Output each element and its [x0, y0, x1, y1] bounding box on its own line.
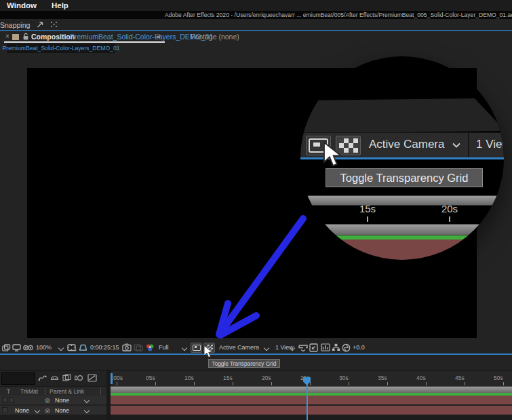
- panel-divider: [0, 354, 512, 355]
- menu-help[interactable]: Help: [52, 1, 68, 9]
- chevron-down-icon[interactable]: [182, 345, 187, 351]
- current-time-display[interactable]: 0:00:25:15: [90, 344, 119, 351]
- tab-footage[interactable]: Footage (none): [191, 33, 239, 41]
- graph-editor-icon[interactable]: [87, 374, 97, 382]
- viewer-tab-label: PremiumBeat_Solid-Color-Layers_DEMO_01: [3, 45, 120, 52]
- ruler-label: 30s: [339, 375, 349, 381]
- menu-window[interactable]: Window: [7, 1, 37, 9]
- column-divider[interactable]: [100, 387, 101, 395]
- ruler-label: 20s: [262, 375, 271, 381]
- viewer-tab[interactable]: PremiumBeat_Solid-Color-Layers_DEMO_01: [7, 43, 115, 53]
- ruler-label: 10s: [184, 375, 194, 381]
- ruler-label: 15s: [223, 375, 233, 381]
- ruler-tick: [449, 216, 450, 222]
- top-toolbar: Snapping: [0, 19, 512, 30]
- panel-marker-icon: [12, 34, 19, 40]
- column-headers: T TrkMat Parent & Link: [0, 386, 106, 396]
- magnification-dropdown[interactable]: 100%: [36, 344, 52, 351]
- callout-tooltip-text: Toggle Transparency Grid: [340, 172, 469, 185]
- flowchart-icon[interactable]: [332, 343, 340, 351]
- layer-row[interactable]: ◎ None: [0, 396, 106, 404]
- panel-menu-icon[interactable]: ≡: [156, 32, 160, 40]
- zoom-callout: Active Camera 1 View Toggle Transparency…: [300, 56, 504, 260]
- after-effects-window: Window Help Adobe After Effects 2020 - /…: [0, 0, 512, 420]
- column-trkmat[interactable]: TrkMat: [20, 388, 38, 395]
- ruler-label: 50s: [494, 375, 503, 381]
- timeline-panel-divider[interactable]: [106, 370, 111, 420]
- snap-points-icon[interactable]: [50, 20, 58, 28]
- chevron-down-icon[interactable]: [58, 345, 64, 351]
- snapping-label: Snapping: [0, 21, 30, 29]
- time-ruler[interactable]: :00s 05s 10s 15s 20s 25s 30s 35s 40s 45s…: [111, 370, 512, 386]
- mask-visibility-icon[interactable]: [79, 344, 87, 351]
- region-of-interest-button[interactable]: [191, 343, 202, 353]
- timeline-graph-icon[interactable]: [321, 343, 330, 351]
- cursor-icon: [323, 142, 343, 169]
- active-tab-underline: [4, 41, 165, 43]
- layer-switch-box[interactable]: [2, 397, 7, 403]
- ruler-ticks: [117, 382, 117, 385]
- chevron-down-icon[interactable]: [35, 407, 40, 413]
- callout-ruler-20s: 20s: [438, 203, 461, 214]
- comp-toolbar: 100% 0:00:25:15 Full Active Camera 1 Vie…: [0, 341, 512, 354]
- ruler-label: 05s: [146, 375, 155, 381]
- timeline-timecode-box[interactable]: [1, 373, 35, 385]
- close-icon[interactable]: ×: [5, 33, 9, 40]
- column-parent-link[interactable]: Parent & Link: [50, 388, 84, 395]
- title-bar: Adobe After Effects 2020 - /Users/enriqu…: [0, 11, 512, 19]
- callout-scrollbar[interactable]: [300, 195, 504, 206]
- tooltip-text: Toggle Transparency Grid: [212, 360, 276, 367]
- layer-switch-box[interactable]: [9, 397, 14, 403]
- toolbar-separator: [468, 132, 469, 157]
- ruler-label: :00s: [112, 375, 123, 381]
- chevron-down-icon[interactable]: [84, 397, 90, 402]
- pickwhip-icon[interactable]: ◎: [45, 397, 50, 404]
- lock-icon[interactable]: [22, 33, 29, 41]
- ruler-label: 45s: [455, 375, 465, 381]
- exposure-value[interactable]: +0.0: [353, 344, 365, 351]
- chevron-down-icon[interactable]: [84, 407, 90, 413]
- layers-stack-icon[interactable]: [2, 344, 11, 351]
- column-divider[interactable]: [45, 387, 45, 395]
- share-view-icon[interactable]: [298, 344, 308, 351]
- mini-flowchart-icon[interactable]: [38, 374, 47, 382]
- chevron-down-icon[interactable]: [264, 345, 269, 351]
- pixel-aspect-icon[interactable]: [309, 343, 318, 352]
- monitor-icon[interactable]: [12, 344, 21, 351]
- layer-bar[interactable]: [111, 406, 512, 415]
- channels-rgb-icon[interactable]: [145, 343, 155, 352]
- resolution-dropdown[interactable]: Full: [159, 344, 169, 351]
- ruler-label: 35s: [378, 375, 387, 381]
- window-title: Adobe After Effects 2020 - /Users/enriqu…: [165, 12, 512, 18]
- exposure-shutter-icon[interactable]: [342, 343, 351, 352]
- timeline-panel: :00s 05s 10s 15s 20s 25s 30s 35s 40s 45s…: [0, 370, 512, 420]
- show-snapshot-icon[interactable]: [134, 343, 143, 351]
- 3d-view-dropdown[interactable]: Active Camera: [219, 344, 259, 351]
- parent-dropdown[interactable]: None: [55, 407, 69, 414]
- cursor-icon: [203, 345, 214, 359]
- callout-tooltip: Toggle Transparency Grid: [326, 168, 483, 187]
- trkmat-dropdown[interactable]: None: [15, 407, 29, 414]
- view-layout-dropdown[interactable]: 1 View: [476, 138, 504, 151]
- timeline-empty-area: [0, 415, 512, 420]
- grid-guides-icon[interactable]: [67, 344, 77, 351]
- frame-blending-icon[interactable]: [62, 374, 71, 382]
- shy-layers-icon[interactable]: [50, 374, 59, 382]
- chevron-down-icon[interactable]: [452, 141, 461, 149]
- goggles-icon[interactable]: [23, 344, 33, 351]
- snap-move-icon[interactable]: [36, 20, 44, 28]
- layer-switch-box[interactable]: [2, 407, 7, 413]
- layer-row[interactable]: None ◎ None: [0, 406, 106, 415]
- ruler-tick: [367, 216, 368, 222]
- ruler-label: 40s: [416, 375, 426, 381]
- pickwhip-icon[interactable]: ◎: [45, 407, 50, 414]
- parent-dropdown[interactable]: None: [55, 397, 69, 404]
- motion-blur-icon[interactable]: [74, 374, 83, 382]
- column-t[interactable]: T: [7, 388, 10, 395]
- layer-bar[interactable]: [111, 396, 512, 404]
- 3d-view-dropdown[interactable]: Active Camera: [369, 138, 444, 151]
- menu-bar: Window Help: [0, 0, 512, 11]
- tab-composition-label[interactable]: Composition: [31, 33, 75, 41]
- snapshot-camera-icon[interactable]: [122, 343, 132, 351]
- region-of-interest-icon: [193, 345, 201, 351]
